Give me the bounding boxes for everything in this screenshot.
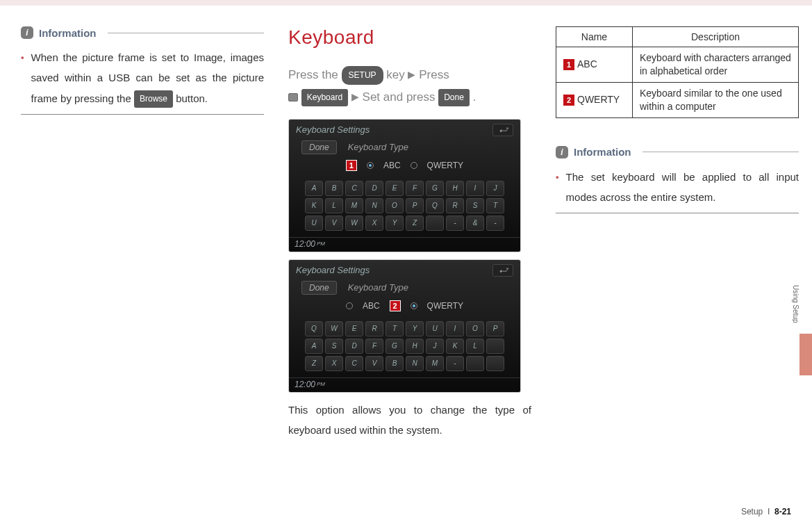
key: R (446, 198, 464, 213)
ss-done-button: Done (301, 140, 337, 154)
keyrow: ZXCVBNM- (303, 356, 506, 371)
ss-title: Keyboard Settings (296, 124, 370, 135)
ss-keygrid: QWERTYUIOP ASDFGHJKL ZXCVBNM- (289, 317, 520, 377)
ss-radio-row: ABC 2 QWERTY (289, 299, 520, 317)
key: F (365, 339, 383, 354)
row-number-badge: 2 (563, 95, 574, 106)
radio-on-icon (367, 162, 374, 169)
info-title: Information (574, 146, 631, 158)
description-table: Name Description 1ABC Keyboard with char… (556, 26, 799, 118)
ss-opt-qwerty: QWERTY (427, 301, 463, 311)
info-bullet-left: • When the picture frame is set to Image… (21, 47, 264, 108)
page-footer: Setup I 8-21 (741, 507, 791, 516)
key: G (386, 339, 404, 354)
td-desc: Keyboard similar to the one used within … (633, 82, 799, 117)
key: H (446, 181, 464, 196)
info-header-left: i Information (21, 26, 264, 39)
key: - (486, 215, 504, 231)
key: E (386, 181, 404, 196)
th-name: Name (556, 27, 633, 47)
keyrow: ASDFGHJKL (303, 339, 506, 354)
key: G (426, 181, 444, 196)
divider (643, 152, 799, 152)
key: I (446, 321, 464, 336)
table-header-row: Name Description (556, 27, 799, 47)
key: X (365, 215, 383, 231)
key: T (486, 198, 504, 213)
ss-type-label: Keyboard Type (348, 282, 408, 293)
ss-time-pm: PM (317, 381, 325, 387)
keyrow: QWERTYUIOP (303, 321, 506, 336)
key: J (486, 181, 504, 196)
key: W (345, 215, 363, 231)
ss-titlebar: Keyboard Settings ⮐ (289, 260, 520, 278)
key: - (446, 356, 464, 371)
ss-opt-qwerty: QWERTY (427, 161, 463, 170)
th-desc: Description (633, 27, 799, 47)
key: Z (406, 215, 424, 231)
key: Y (406, 321, 424, 336)
key: N (365, 198, 383, 213)
instr-p3: Press (419, 68, 449, 81)
key: P (486, 321, 504, 336)
key: W (325, 321, 343, 336)
middle-column: Keyboard Press the SETUP key ▶ Press Key… (288, 26, 531, 440)
keyrow: KLMNOPQRST (303, 198, 506, 213)
key: L (466, 339, 484, 354)
top-decoration (0, 0, 812, 6)
divider (108, 33, 265, 33)
key: M (426, 356, 444, 371)
ss-type-label: Keyboard Type (348, 142, 408, 152)
key: E (345, 321, 363, 336)
callout-1: 1 (346, 160, 357, 171)
ss-done-button: Done (301, 281, 337, 295)
divider (21, 114, 264, 115)
key: U (305, 215, 323, 231)
side-marker (799, 334, 812, 375)
ss-time-pm: PM (317, 241, 325, 247)
key: Q (305, 321, 323, 336)
key: J (426, 339, 444, 354)
row-name: QWERTY (577, 94, 620, 105)
key: Y (386, 215, 404, 231)
key: A (305, 339, 323, 354)
info-text-post: button. (176, 92, 208, 104)
keyboard-icon (288, 93, 298, 101)
ss-opt-abc: ABC (363, 301, 380, 311)
info-text: The set keyboard will be applied to all … (566, 167, 799, 208)
key: A (305, 181, 323, 196)
instr-p2: key (386, 68, 408, 81)
instr-p4: Set and press (363, 90, 439, 104)
key: K (446, 339, 464, 354)
instr-period: . (473, 90, 477, 104)
info-icon: i (556, 146, 568, 158)
key: Z (305, 356, 323, 371)
footer-section: Setup (741, 507, 763, 516)
left-column: i Information • When the picture frame i… (21, 26, 264, 440)
instruction-text: Press the SETUP key ▶ Press Keyboard ▶ S… (288, 64, 531, 109)
key: I (466, 181, 484, 196)
key: O (466, 321, 484, 336)
info-header-right: i Information (556, 146, 799, 158)
key: C (345, 181, 363, 196)
screenshot-abc: Keyboard Settings ⮐ Done Keyboard Type 1… (288, 119, 521, 252)
key: F (406, 181, 424, 196)
key: R (365, 321, 383, 336)
ss-time: 12:00PM (289, 237, 520, 252)
ss-radio-row: 1 ABC QWERTY (289, 158, 520, 177)
radio-on-icon (411, 302, 417, 309)
key: P (406, 198, 424, 213)
key: C (345, 356, 363, 371)
back-icon: ⮐ (492, 124, 513, 136)
bullet-icon: • (21, 47, 24, 108)
right-column: Name Description 1ABC Keyboard with char… (556, 26, 799, 440)
key: B (386, 356, 404, 371)
setup-key-label: SETUP (342, 66, 383, 85)
table-row: 2QWERTY Keyboard similar to the one used… (556, 82, 799, 117)
key: D (345, 339, 363, 354)
footer-page: 8-21 (774, 507, 791, 516)
screenshot-qwerty: Keyboard Settings ⮐ Done Keyboard Type A… (288, 259, 521, 393)
page-content: i Information • When the picture frame i… (0, 6, 812, 440)
key: O (386, 198, 404, 213)
key (466, 356, 484, 371)
